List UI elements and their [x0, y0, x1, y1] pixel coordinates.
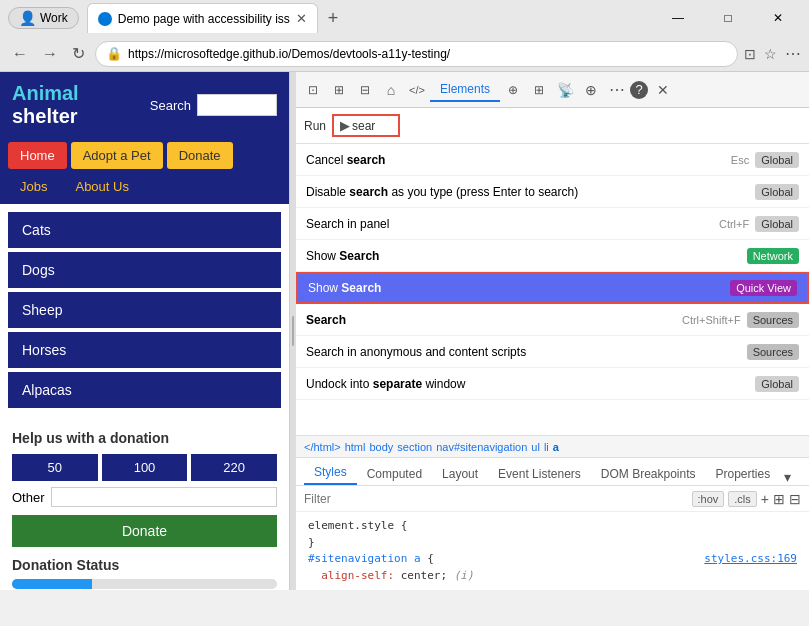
- tab[interactable]: Demo page with accessibility iss ✕: [87, 3, 318, 33]
- profile-badge[interactable]: 👤 Work: [8, 7, 79, 29]
- animal-item-cats[interactable]: Cats: [8, 212, 281, 248]
- progress-bar-wrap: [12, 579, 277, 589]
- devtools-icon-home[interactable]: ⌂: [378, 77, 404, 103]
- refresh-button[interactable]: ↻: [68, 42, 89, 65]
- devtools-icon-7[interactable]: 📡: [552, 77, 578, 103]
- nav-donate[interactable]: Donate: [167, 142, 233, 169]
- back-button[interactable]: ←: [8, 43, 32, 65]
- cmd-search-anonymous[interactable]: Search in anonymous and content scripts …: [296, 336, 809, 368]
- split-screen-icon[interactable]: ⊡: [744, 46, 756, 62]
- command-input-value: sear: [352, 119, 392, 133]
- devtools-icon-3[interactable]: ⊟: [352, 77, 378, 103]
- animal-item-alpacas[interactable]: Alpacas: [8, 372, 281, 408]
- lock-icon: 🔒: [106, 46, 122, 61]
- bc-body[interactable]: body: [369, 441, 393, 453]
- animal-item-dogs[interactable]: Dogs: [8, 252, 281, 288]
- devtools-help-button[interactable]: ?: [630, 81, 648, 99]
- minimize-button[interactable]: —: [655, 3, 701, 33]
- devtools-icon-elements[interactable]: ⊡: [300, 77, 326, 103]
- devtools-icon-code[interactable]: </>: [404, 77, 430, 103]
- amount-100[interactable]: 100: [102, 454, 188, 481]
- other-input[interactable]: [51, 487, 277, 507]
- cmd-search-sources[interactable]: Search Ctrl+Shift+F Sources: [296, 304, 809, 336]
- styles-link[interactable]: styles.css:169: [704, 551, 797, 568]
- devtools-toolbar: ⊡ ⊞ ⊟ ⌂ </> Elements ⊕ ⊞ 📡 ⊕ ⋯ ? ✕: [296, 72, 809, 108]
- devtools-close-button[interactable]: ✕: [650, 77, 676, 103]
- cmd-disable-search[interactable]: Disable search as you type (press Enter …: [296, 176, 809, 208]
- tab-computed[interactable]: Computed: [357, 463, 432, 485]
- cmd-text: Show Search: [306, 249, 747, 263]
- cmd-badge-sources: Sources: [747, 312, 799, 328]
- tab-dom-breakpoints[interactable]: DOM Breakpoints: [591, 463, 706, 485]
- animal-item-horses[interactable]: Horses: [8, 332, 281, 368]
- style-tabs-more[interactable]: ▾: [784, 469, 791, 485]
- cmd-text: Show Search: [308, 281, 730, 295]
- cmd-show-search-quickview[interactable]: Show Search Quick View: [296, 272, 809, 304]
- copy-style-icon[interactable]: ⊟: [789, 491, 801, 507]
- more-options-icon[interactable]: ⋯: [785, 44, 801, 63]
- maximize-button[interactable]: □: [705, 3, 751, 33]
- devtools-icon-8[interactable]: ⊕: [578, 77, 604, 103]
- nav-home[interactable]: Home: [8, 142, 67, 169]
- cmd-show-search-network[interactable]: Show Search Network: [296, 240, 809, 272]
- bc-ul[interactable]: ul: [531, 441, 540, 453]
- donation-status-title: Donation Status: [12, 557, 277, 573]
- bc-html-tag[interactable]: </html>: [304, 441, 341, 453]
- info-icon: (i): [454, 569, 474, 582]
- forward-button[interactable]: →: [38, 43, 62, 65]
- tab-favicon: [98, 12, 112, 26]
- animal-item-sheep[interactable]: Sheep: [8, 292, 281, 328]
- cmd-search-in-panel[interactable]: Search in panel Ctrl+F Global: [296, 208, 809, 240]
- new-style-icon[interactable]: ⊞: [773, 491, 785, 507]
- cmd-undock[interactable]: Undock into separate window Global: [296, 368, 809, 400]
- tab-properties[interactable]: Properties: [706, 463, 781, 485]
- webpage-panel: Animal shelter Search Home Adopt a Pet D…: [0, 72, 290, 590]
- tab-layout[interactable]: Layout: [432, 463, 488, 485]
- bc-a[interactable]: a: [553, 441, 559, 453]
- donate-button[interactable]: Donate: [12, 515, 277, 547]
- bc-section[interactable]: section: [397, 441, 432, 453]
- nav-jobs[interactable]: Jobs: [8, 173, 59, 200]
- search-area: Search: [150, 94, 277, 116]
- amount-50[interactable]: 50: [12, 454, 98, 481]
- style-tabs: Styles Computed Layout Event Listeners D…: [296, 458, 809, 486]
- add-style-icon[interactable]: +: [761, 491, 769, 507]
- site-search-input[interactable]: [197, 94, 277, 116]
- cmd-text: Search in anonymous and content scripts: [306, 345, 747, 359]
- bc-li[interactable]: li: [544, 441, 549, 453]
- cmd-shortcut-2: Ctrl+F: [719, 218, 749, 230]
- tab-styles[interactable]: Styles: [304, 461, 357, 485]
- favorites-icon[interactable]: ☆: [764, 46, 777, 62]
- filter-input[interactable]: [304, 492, 686, 506]
- cmd-text: Cancel search: [306, 153, 731, 167]
- elements-tab[interactable]: Elements: [430, 78, 500, 102]
- close-window-button[interactable]: ✕: [755, 3, 801, 33]
- code-line-2: }: [308, 535, 797, 552]
- hov-filter-button[interactable]: :hov: [692, 491, 725, 507]
- devtools-icon-2[interactable]: ⊞: [326, 77, 352, 103]
- devtools-bottom: </html> html body section nav#sitenaviga…: [296, 435, 809, 590]
- bc-html[interactable]: html: [345, 441, 366, 453]
- tab-event-listeners[interactable]: Event Listeners: [488, 463, 591, 485]
- cmd-text: Search: [306, 313, 682, 327]
- prop-value: center;: [401, 569, 447, 582]
- cmd-badge-global-2: Global: [755, 184, 799, 200]
- new-tab-button[interactable]: +: [322, 8, 345, 29]
- address-input[interactable]: [128, 47, 727, 61]
- cmd-badge-global-4: Global: [755, 376, 799, 392]
- resize-handle[interactable]: [290, 72, 296, 590]
- devtools-icon-5[interactable]: ⊕: [500, 77, 526, 103]
- selector-link[interactable]: #sitenavigation a: [308, 552, 421, 565]
- command-input-wrap[interactable]: ▶ sear: [332, 114, 400, 137]
- amount-220[interactable]: 220: [191, 454, 277, 481]
- bc-nav[interactable]: nav#sitenavigation: [436, 441, 527, 453]
- code-line-selector: #sitenavigation a { styles.css:169: [308, 551, 797, 568]
- cls-filter-button[interactable]: .cls: [728, 491, 757, 507]
- cmd-shortcut-3: Ctrl+Shift+F: [682, 314, 741, 326]
- devtools-icon-6[interactable]: ⊞: [526, 77, 552, 103]
- devtools-more-button[interactable]: ⋯: [604, 77, 630, 103]
- close-tab-button[interactable]: ✕: [296, 11, 307, 26]
- nav-about[interactable]: About Us: [63, 173, 140, 200]
- nav-adopt[interactable]: Adopt a Pet: [71, 142, 163, 169]
- cmd-cancel-search[interactable]: Cancel search Esc Global: [296, 144, 809, 176]
